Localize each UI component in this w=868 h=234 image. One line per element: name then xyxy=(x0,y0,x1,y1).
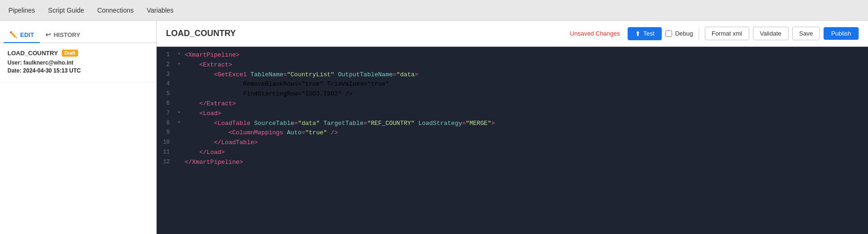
sidebar-tabs: ✏️ EDIT ↩ HISTORY xyxy=(0,21,156,43)
tab-edit[interactable]: ✏️ EDIT xyxy=(4,27,40,43)
code-content-9: <ColumnMappings Auto="true" /> xyxy=(183,128,868,138)
tab-edit-label: EDIT xyxy=(20,31,34,38)
vertical-divider xyxy=(699,28,699,39)
publish-button[interactable]: Publish xyxy=(824,27,859,40)
code-content-3: <GetExcel TableName="CountryList" Output… xyxy=(183,70,868,80)
format-xml-button[interactable]: Format xml xyxy=(705,27,749,40)
code-line-10: 10 </LoadTable> xyxy=(157,138,868,148)
line-number-6: 6 xyxy=(157,99,175,108)
tab-history-label: HISTORY xyxy=(54,31,80,38)
pipeline-name-row: LOAD_COUNTRY Draft xyxy=(7,50,149,57)
code-line-4: 4 RemoveBlankRows="true" TrimValues="tru… xyxy=(157,80,868,89)
code-content-11: </Load> xyxy=(183,148,868,158)
code-content-5: FindStartingRow="ISO3,ISO2" /> xyxy=(183,89,868,99)
nav-pipelines[interactable]: Pipelines xyxy=(7,5,36,16)
content-area: LOAD_COUNTRY Unsaved Changes ⬆ Test Debu… xyxy=(157,21,868,234)
line-number-3: 3 xyxy=(157,70,175,79)
line-number-7: 7 xyxy=(157,109,175,118)
debug-container: Debug xyxy=(665,30,693,37)
code-line-3: 3 <GetExcel TableName="CountryList" Outp… xyxy=(157,70,868,80)
debug-checkbox[interactable] xyxy=(665,30,672,37)
pipeline-title: LOAD_COUNTRY xyxy=(166,29,563,38)
nav-variables[interactable]: Variables xyxy=(146,5,174,16)
code-line-11: 11 </Load> xyxy=(157,148,868,158)
date-info-row: Date: 2024-04-30 15:13 UTC xyxy=(7,67,149,74)
code-line-5: 5 FindStartingRow="ISO3,ISO2" /> xyxy=(157,89,868,99)
code-line-2: 2▾ <Extract> xyxy=(157,60,868,70)
fold-indicator-8[interactable]: ▾ xyxy=(175,119,183,126)
history-icon: ↩ xyxy=(45,31,51,38)
line-number-2: 2 xyxy=(157,60,175,69)
date-label: Date: xyxy=(7,67,23,74)
test-button[interactable]: ⬆ Test xyxy=(628,27,662,40)
line-number-12: 12 xyxy=(157,158,175,167)
line-number-8: 8 xyxy=(157,119,175,128)
header-actions: ⬆ Test Debug Format xml Validate Save Pu… xyxy=(628,27,859,40)
debug-label: Debug xyxy=(675,30,693,37)
code-content-6: </Extract> xyxy=(183,99,868,109)
top-nav: Pipelines Script Guide Connections Varia… xyxy=(0,0,868,21)
code-content-4: RemoveBlankRows="true" TrimValues="true" xyxy=(183,80,868,89)
tab-history[interactable]: ↩ HISTORY xyxy=(40,27,86,43)
validate-button[interactable]: Validate xyxy=(753,27,788,40)
code-content-10: </LoadTable> xyxy=(183,138,868,148)
fold-indicator-7[interactable]: ▾ xyxy=(175,109,183,117)
draft-badge: Draft xyxy=(62,50,78,57)
user-value: faulknerc@who.int xyxy=(23,59,73,66)
code-editor[interactable]: 1▾<XmartPipeline>2▾ <Extract>3 <GetExcel… xyxy=(157,47,868,234)
code-line-8: 8▾ <LoadTable SourceTable="data" TargetT… xyxy=(157,119,868,129)
edit-icon: ✏️ xyxy=(9,31,17,38)
user-label: User: xyxy=(7,59,23,66)
code-content-12: </XmartPipeline> xyxy=(183,158,868,168)
date-value: 2024-04-30 15:13 UTC xyxy=(23,67,80,74)
test-label: Test xyxy=(644,30,655,37)
nav-script-guide[interactable]: Script Guide xyxy=(47,5,85,16)
code-content-1: <XmartPipeline> xyxy=(183,51,868,60)
unsaved-changes-label: Unsaved Changes xyxy=(570,30,620,37)
code-line-7: 7▾ <Load> xyxy=(157,109,868,119)
line-number-5: 5 xyxy=(157,89,175,98)
line-number-1: 1 xyxy=(157,51,175,59)
line-number-10: 10 xyxy=(157,138,175,147)
fold-indicator-2[interactable]: ▾ xyxy=(175,60,183,68)
content-header: LOAD_COUNTRY Unsaved Changes ⬆ Test Debu… xyxy=(157,21,868,47)
code-content-7: <Load> xyxy=(183,109,868,119)
code-line-1: 1▾<XmartPipeline> xyxy=(157,51,868,60)
sidebar: ✏️ EDIT ↩ HISTORY LOAD_COUNTRY Draft Use… xyxy=(0,21,157,234)
line-number-11: 11 xyxy=(157,148,175,157)
fold-indicator-1[interactable]: ▾ xyxy=(175,51,183,58)
test-icon: ⬆ xyxy=(635,30,641,37)
code-line-12: 12</XmartPipeline> xyxy=(157,158,868,168)
nav-connections[interactable]: Connections xyxy=(96,5,135,16)
code-content-2: <Extract> xyxy=(183,60,868,70)
main-layout: ✏️ EDIT ↩ HISTORY LOAD_COUNTRY Draft Use… xyxy=(0,21,868,234)
sidebar-pipeline-name: LOAD_COUNTRY xyxy=(7,50,58,57)
user-info-row: User: faulknerc@who.int xyxy=(7,59,149,66)
line-number-9: 9 xyxy=(157,128,175,137)
line-number-4: 4 xyxy=(157,80,175,88)
code-line-9: 9 <ColumnMappings Auto="true" /> xyxy=(157,128,868,138)
sidebar-pipeline-info: LOAD_COUNTRY Draft User: faulknerc@who.i… xyxy=(0,43,156,82)
code-line-6: 6 </Extract> xyxy=(157,99,868,109)
code-content-8: <LoadTable SourceTable="data" TargetTabl… xyxy=(183,119,868,129)
save-button[interactable]: Save xyxy=(792,27,820,40)
